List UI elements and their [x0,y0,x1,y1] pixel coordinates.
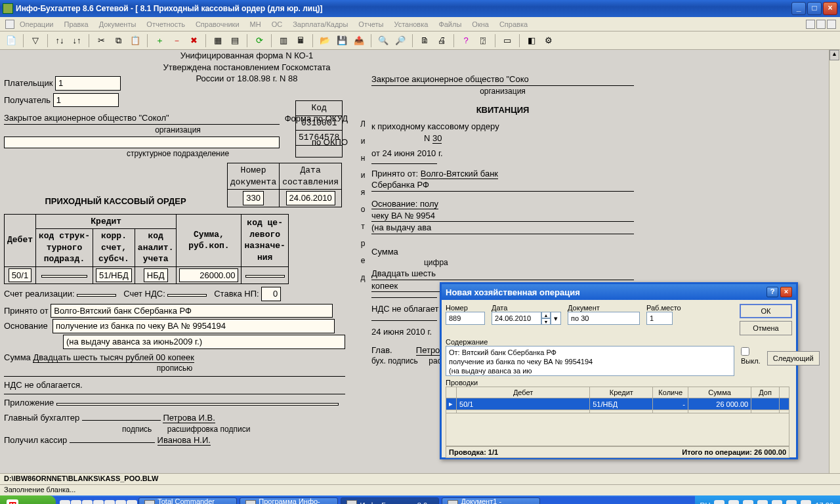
doc-date-input[interactable]: 24.06.2010 [286,191,335,205]
tray-icon[interactable] [714,500,724,504]
ql-icon[interactable] [93,500,104,504]
tray-icon[interactable] [728,500,739,504]
dialog-help-button[interactable]: ? [766,287,778,297]
basis-input[interactable]: получение из банка по чеку ВА № 9954194 [52,319,335,333]
subdiv-input[interactable] [4,136,280,148]
doc-restore-button[interactable] [816,20,826,29]
row-debet[interactable]: 50/1 [9,268,32,283]
menu-item[interactable]: МН [250,20,261,28]
menu-item[interactable]: Правка [64,20,88,28]
tool-open-icon[interactable]: 📂 [318,33,332,48]
doc-close-button[interactable] [827,20,836,29]
col-qty[interactable]: Количе [653,387,688,398]
ql-icon[interactable] [71,500,81,504]
menu-item[interactable]: Зарплата/Кадры [293,20,348,28]
basis2-input[interactable]: (на выдачу аванса за июнь2009 г.) [63,335,345,349]
tray-icon[interactable] [786,500,797,504]
tool-sort-asc-icon[interactable]: ↑↓ [52,33,67,48]
tool-paste-icon[interactable]: 📋 [128,33,142,48]
tool-filter-icon[interactable]: ▽ [28,33,43,48]
tool-preview-icon[interactable]: 🗎 [417,33,432,48]
tool-minus-icon[interactable]: － [169,33,184,48]
vertical-scrollbar[interactable]: ▲ ▼ [829,50,840,484]
nds-acct-input[interactable] [167,294,207,297]
tool-save-icon[interactable]: 💾 [335,33,349,48]
col-kredit[interactable]: Кредит [590,387,653,398]
dlg-wp-input[interactable] [646,312,673,325]
tool-find-icon[interactable]: 🔍 [376,33,390,48]
menu-item[interactable]: Документы [99,20,136,28]
close-button[interactable]: × [823,2,837,15]
menu-item[interactable]: Справочники [196,20,240,28]
tool-whatsthis-icon[interactable]: ⍰ [476,33,490,48]
menu-item[interactable]: Отчеты [358,20,383,28]
menu-item[interactable]: Окна [472,20,489,28]
tool-app-icon[interactable]: ◧ [524,33,539,48]
menu-item[interactable]: ОС [272,20,283,28]
ql-icon[interactable] [82,500,93,504]
row-anal[interactable]: НБД [144,268,168,283]
minimize-button[interactable]: _ [791,2,806,15]
row-target[interactable] [245,275,285,278]
tool-plus-icon[interactable]: ＋ [152,33,167,48]
tool-help-icon[interactable]: ? [459,33,473,48]
tray-icon[interactable] [772,500,782,504]
tray-icon[interactable] [757,500,768,504]
menu-item[interactable]: Справка [499,20,528,28]
row-struct[interactable] [41,275,87,278]
tool-print-icon[interactable]: 🖨 [434,33,449,48]
tray-icon[interactable] [801,500,811,504]
tray-icon[interactable] [743,500,753,504]
posting-row[interactable]: ▸ 50/1 51/НБД - 26 000.00 [446,398,789,410]
tool-new-icon[interactable]: 📄 [4,33,18,48]
tool-cut-icon[interactable]: ✂ [94,33,108,48]
doc-icon[interactable] [5,20,14,29]
dlg-date-input[interactable] [492,312,541,325]
maximize-button[interactable]: □ [807,2,822,15]
doc-num-input[interactable]: 330 [243,191,264,205]
tool-refresh-icon[interactable]: ⟳ [252,33,266,48]
taskbar-item[interactable]: Документ1 - Microso... [442,497,540,504]
menu-item[interactable]: Отчетность [146,20,185,28]
menu-item[interactable]: Операции [20,20,53,28]
tool-cross-icon[interactable]: ✖ [186,33,201,48]
menu-item[interactable]: Установка [394,20,428,28]
date-up-button[interactable]: ▲ [541,312,551,318]
row-sum[interactable]: 26000.00 [179,268,238,283]
menu-item[interactable]: Файлы [438,20,461,28]
col-sum[interactable]: Сумма [688,387,751,398]
ql-icon[interactable] [60,500,70,504]
scroll-up-button[interactable]: ▲ [830,50,839,60]
tool-grid2-icon[interactable]: ▤ [228,33,242,48]
ql-icon[interactable] [104,500,115,504]
lang-indicator[interactable]: RU [700,501,711,504]
clock[interactable]: 17:03 [815,501,833,504]
tool-copy-icon[interactable]: ⧉ [111,33,125,48]
col-dop[interactable]: Доп [751,387,780,398]
attach-input[interactable] [56,403,339,406]
start-button[interactable]: ⊞пуск [0,495,56,504]
tool-export-icon[interactable]: 📤 [352,33,366,48]
col-debet[interactable]: Дебет [457,387,590,398]
date-picker-button[interactable]: ▾ [551,312,561,325]
date-down-button[interactable]: ▼ [541,318,551,325]
ok-button[interactable]: ОК [740,304,792,318]
ql-icon[interactable] [127,500,137,504]
row-korr[interactable]: 51/НБД [96,268,132,283]
tool-settings-icon[interactable]: ⚙ [541,33,556,48]
dialog-close-button[interactable]: × [780,287,792,297]
from-input[interactable]: Волго-Вятский банк Сбербанка РФ [51,304,333,318]
next-button[interactable]: Следующий [767,351,820,366]
realiz-input[interactable] [77,294,116,297]
doc-minimize-button[interactable] [806,20,815,29]
taskbar-item[interactable]: Инфо-Бухгалтер 8.6... [341,497,439,504]
off-checkbox[interactable]: Выкл. [741,349,761,365]
tool-findnext-icon[interactable]: 🔎 [393,33,408,48]
tool-calc-icon[interactable]: 🖩 [293,33,308,48]
receiver-input[interactable]: 1 [53,93,119,108]
tool-report-icon[interactable]: ▥ [276,33,291,48]
taskbar-item[interactable]: Программа Инфо-Бу... [240,497,338,504]
dlg-content-input[interactable]: От: Вятский банк Сбербанка РФ получение … [446,346,734,376]
rate-input[interactable]: 0 [261,287,281,301]
tool-sort-desc-icon[interactable]: ↓↑ [70,33,84,48]
